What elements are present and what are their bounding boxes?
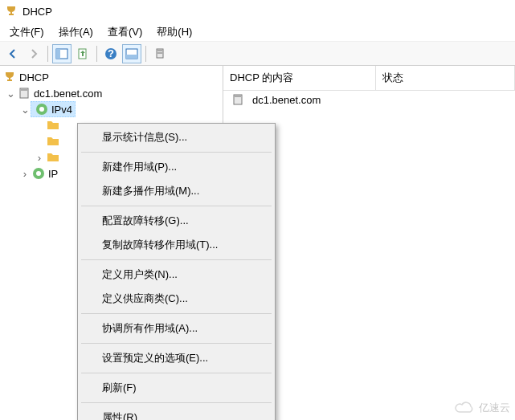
server-icon bbox=[18, 87, 31, 100]
watermark: 亿速云 bbox=[455, 401, 510, 415]
tree-label: dc1.benet.com bbox=[34, 88, 102, 100]
dhcp-trophy-icon bbox=[3, 71, 16, 84]
cm-set-predefined-options[interactable]: 设置预定义的选项(E)... bbox=[80, 346, 273, 370]
cm-configure-failover[interactable]: 配置故障转移(G)... bbox=[80, 209, 273, 233]
tree-node-ipv4[interactable]: IPv4 bbox=[31, 101, 76, 117]
server-icon bbox=[231, 93, 244, 106]
list-item[interactable]: dc1.benet.com bbox=[223, 91, 515, 108]
toolbar-sep bbox=[145, 46, 146, 62]
cloud-icon bbox=[455, 401, 476, 415]
collapse-icon[interactable]: ⌄ bbox=[19, 104, 31, 115]
server-action-button[interactable] bbox=[150, 44, 170, 63]
toolbar: ? bbox=[0, 42, 515, 66]
list-header: DHCP 的内容 状态 bbox=[223, 66, 515, 91]
cm-separator bbox=[81, 373, 272, 373]
cm-refresh[interactable]: 刷新(F) bbox=[80, 376, 273, 400]
cm-new-multicast-scope[interactable]: 新建多播作用域(M)... bbox=[80, 179, 273, 203]
context-menu: 显示统计信息(S)... 新建作用域(P)... 新建多播作用域(M)... 配… bbox=[77, 123, 276, 420]
tree-label: IP bbox=[48, 168, 58, 180]
menu-action[interactable]: 操作(A) bbox=[52, 23, 100, 41]
cm-separator bbox=[81, 343, 272, 344]
tree-root-dhcp[interactable]: DHCP bbox=[0, 69, 223, 85]
folder-icon bbox=[47, 135, 59, 148]
svg-rect-8 bbox=[157, 50, 162, 51]
folder-icon bbox=[47, 119, 59, 132]
window-title: DHCP bbox=[22, 6, 52, 18]
cm-separator bbox=[81, 313, 272, 314]
dhcp-trophy-icon bbox=[5, 5, 18, 18]
collapse-icon[interactable]: ⌄ bbox=[5, 88, 16, 99]
cm-show-stats[interactable]: 显示统计信息(S)... bbox=[80, 125, 273, 149]
svg-point-15 bbox=[36, 171, 41, 176]
menu-file[interactable]: 文件(F) bbox=[3, 23, 51, 41]
export-button[interactable] bbox=[73, 44, 92, 63]
svg-rect-9 bbox=[157, 52, 162, 54]
tree-label: DHCP bbox=[19, 71, 49, 84]
svg-rect-1 bbox=[56, 49, 60, 59]
cm-new-scope[interactable]: 新建作用域(P)... bbox=[80, 155, 273, 179]
svg-rect-11 bbox=[21, 89, 27, 91]
show-hide-tree-button[interactable] bbox=[52, 44, 72, 63]
expander-blank bbox=[34, 120, 45, 131]
back-button[interactable] bbox=[3, 44, 22, 63]
menu-view[interactable]: 查看(V) bbox=[101, 23, 149, 41]
ipv4-icon bbox=[35, 103, 48, 116]
list-item-label: dc1.benet.com bbox=[252, 94, 321, 106]
tree-node-server[interactable]: ⌄ dc1.benet.com bbox=[0, 85, 223, 101]
toolbar-sep bbox=[47, 46, 48, 62]
menu-help[interactable]: 帮助(H) bbox=[150, 23, 198, 41]
svg-point-13 bbox=[39, 107, 44, 112]
expander-blank bbox=[34, 136, 45, 147]
toolbar-sep bbox=[96, 46, 97, 62]
cm-copy-failover-scope[interactable]: 复制故障转移作用域(T)... bbox=[80, 233, 273, 257]
col-header-status[interactable]: 状态 bbox=[376, 66, 515, 90]
col-header-name[interactable]: DHCP 的内容 bbox=[223, 66, 376, 90]
help-button[interactable]: ? bbox=[101, 44, 121, 63]
cm-separator bbox=[81, 206, 272, 206]
folder-icon bbox=[47, 151, 59, 164]
menu-bar: 文件(F) 操作(A) 查看(V) 帮助(H) bbox=[0, 22, 515, 42]
cm-define-user-classes[interactable]: 定义用户类(N)... bbox=[80, 263, 273, 287]
svg-rect-17 bbox=[235, 96, 241, 97]
forward-button[interactable] bbox=[24, 44, 43, 63]
tree-label: IPv4 bbox=[51, 104, 72, 116]
cm-separator bbox=[81, 402, 272, 403]
title-bar: DHCP bbox=[0, 0, 515, 22]
cm-reconcile-all-scopes[interactable]: 协调所有作用域(A)... bbox=[80, 316, 273, 340]
svg-text:?: ? bbox=[108, 47, 114, 59]
cm-properties[interactable]: 属性(R) bbox=[80, 406, 273, 420]
svg-rect-6 bbox=[126, 55, 137, 59]
cm-separator bbox=[81, 152, 272, 153]
expand-icon[interactable]: › bbox=[34, 152, 45, 163]
expand-icon[interactable]: › bbox=[19, 168, 31, 179]
ipv6-icon bbox=[32, 167, 45, 180]
cm-separator bbox=[81, 259, 272, 260]
watermark-text: 亿速云 bbox=[479, 401, 510, 415]
details-pane-button[interactable] bbox=[122, 44, 141, 63]
cm-define-vendor-classes[interactable]: 定义供应商类(C)... bbox=[80, 287, 273, 311]
